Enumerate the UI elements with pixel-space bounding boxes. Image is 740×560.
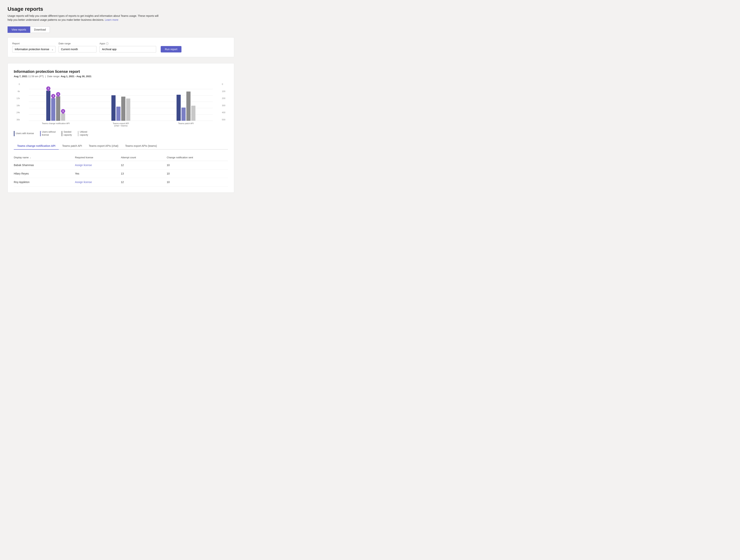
page-title: Usage reports <box>8 6 234 12</box>
table-row: Babak Shammas Assign license 12 10 <box>14 161 228 170</box>
report-card: Information protection license report Au… <box>8 63 234 193</box>
bar-group-2 <box>94 95 148 121</box>
cell-notification-2: 10 <box>167 172 228 175</box>
chart-legend: Users with license Users withoutlicense … <box>14 131 228 136</box>
badge-3: 3 <box>46 86 51 91</box>
cell-notification-3: 10 <box>167 181 228 184</box>
y-axis-left: 30k 24k 18k 12k 6k 0 <box>14 83 21 121</box>
legend-label-1: Users with license <box>16 132 34 135</box>
legend-swatch-1 <box>14 131 14 136</box>
bar-1-1: 3 <box>46 91 51 121</box>
bar-3-2 <box>181 108 186 121</box>
cell-name-2: Hilary Reyes <box>14 172 75 175</box>
apps-control-group: Apps i <box>99 42 156 52</box>
date-range-input[interactable] <box>59 46 96 52</box>
col-header-required-license: Required license <box>75 156 121 159</box>
badge-5: 5 <box>56 92 60 96</box>
x-label-2: Teams export API(chat + teams) <box>94 122 148 127</box>
chart-x-labels: Teams change notification API Teams expo… <box>14 121 228 127</box>
report-table: Display name ↓ Required license Attempt … <box>14 154 228 187</box>
date-range-control-group: Date range <box>59 42 96 52</box>
chart-inner: 3 4 5 6 <box>21 83 220 121</box>
tab-download[interactable]: Download <box>30 26 50 33</box>
cell-license-1[interactable]: Assign license <box>75 163 121 166</box>
bar-3-4 <box>191 106 195 121</box>
report-card-title: Information protection license report <box>14 70 228 74</box>
bar-3-1 <box>177 95 181 121</box>
y-axis-right: 500 400 300 200 100 0 <box>220 83 228 121</box>
legend-swatch-2 <box>40 131 41 136</box>
bar-1-2: 4 <box>51 98 55 121</box>
bar-group-3 <box>159 92 213 121</box>
legend-label-3: Seededcapacity <box>64 131 72 136</box>
table-row: Roy Appleton Assign license 12 10 <box>14 178 228 187</box>
tab-export-apis-chat[interactable]: Teams export APIs (chat) <box>85 142 121 150</box>
cell-license-3[interactable]: Assign license <box>75 181 121 184</box>
report-meta: Aug 7, 2021 11:59 am (PT) | Date range: … <box>14 75 228 78</box>
apps-input[interactable] <box>99 46 156 52</box>
x-label-1: Teams change notification API <box>29 122 83 127</box>
x-label-3: Teams patch API <box>159 122 213 127</box>
badge-4: 4 <box>51 94 55 98</box>
run-report-button[interactable]: Run report <box>161 46 181 52</box>
chart-container: 30k 24k 18k 12k 6k 0 3 4 5 <box>14 83 228 121</box>
assign-license-link-1[interactable]: Assign license <box>75 163 92 166</box>
learn-more-link[interactable]: Learn more <box>105 18 118 21</box>
apps-info-icon: i <box>106 42 109 45</box>
table-row: Hilary Reyes Yes 13 10 <box>14 170 228 178</box>
legend-utilized-capacity: Utilizedcapacity <box>78 131 88 136</box>
tab-change-notification-api[interactable]: Teams change notification API <box>14 142 59 150</box>
col-header-display-name: Display name ↓ <box>14 156 75 159</box>
tab-export-apis-teams[interactable]: Teams export APIs (teams) <box>122 142 160 150</box>
cell-attempt-1: 12 <box>121 163 167 166</box>
legend-label-2: Users withoutlicense <box>42 131 56 136</box>
report-select-wrapper: Information protection license <box>12 46 56 52</box>
report-label: Report <box>12 42 56 45</box>
bar-2-1 <box>111 95 115 121</box>
bar-2-2 <box>116 107 120 121</box>
bar-2-4 <box>126 99 130 121</box>
cell-name-3: Roy Appleton <box>14 181 75 184</box>
sort-indicator: ↓ <box>30 156 31 159</box>
date-range-label: Date range <box>59 42 96 45</box>
assign-license-link-3[interactable]: Assign license <box>75 181 92 184</box>
tab-patch-api[interactable]: Teams patch API <box>59 142 85 150</box>
tab-view-reports[interactable]: View reports <box>8 26 30 33</box>
legend-swatch-3 <box>62 131 62 136</box>
primary-tab-bar: View reports Download <box>8 26 234 33</box>
badge-6: 6 <box>61 109 65 113</box>
legend-users-with-license: Users with license <box>14 131 34 136</box>
report-select[interactable]: Information protection license <box>12 46 56 52</box>
controls-row: Report Information protection license Da… <box>8 37 234 57</box>
bar-2-3 <box>121 97 125 121</box>
bar-1-4: 6 <box>61 113 65 121</box>
legend-users-without-license: Users withoutlicense <box>40 131 56 136</box>
legend-seeded-capacity: Seededcapacity <box>62 131 72 136</box>
report-control-group: Report Information protection license <box>12 42 56 52</box>
cell-name-1: Babak Shammas <box>14 163 75 166</box>
legend-label-4: Utilizedcapacity <box>80 131 88 136</box>
apps-label: Apps i <box>99 42 156 45</box>
bar-group-1: 3 4 5 6 <box>29 91 83 121</box>
cell-notification-1: 10 <box>167 163 228 166</box>
col-header-notification-sent: Change notification sent <box>167 156 228 159</box>
secondary-tab-bar: Teams change notification API Teams patc… <box>14 142 228 150</box>
cell-attempt-3: 12 <box>121 181 167 184</box>
legend-swatch-4 <box>78 131 79 136</box>
cell-license-2: Yes <box>75 172 121 175</box>
bar-3-3 <box>186 92 191 121</box>
page-description: Usage reports will help you create diffe… <box>8 14 162 22</box>
cell-attempt-2: 13 <box>121 172 167 175</box>
bar-1-3: 5 <box>56 96 60 121</box>
table-header-row: Display name ↓ Required license Attempt … <box>14 154 228 161</box>
col-header-attempt-count: Attempt count <box>121 156 167 159</box>
